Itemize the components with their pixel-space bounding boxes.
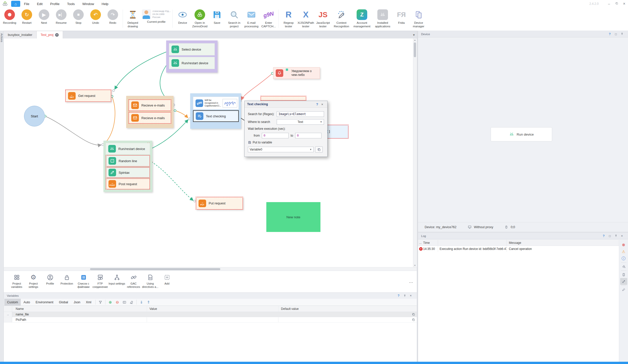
add-button[interactable]: Add (159, 271, 175, 285)
node-capmonster[interactable]: g9N Will be recognized in CapMonsterCl..… (193, 97, 239, 110)
search-in-project-button[interactable]: Search in project (226, 8, 243, 28)
column-default[interactable]: Default value (278, 306, 410, 312)
column-time[interactable]: Time (422, 241, 438, 245)
error-filter-icon[interactable]: ⊗ (620, 241, 627, 248)
warning-filter-icon[interactable]: ⚠ (620, 248, 627, 255)
gac-references-button[interactable]: GAC references (125, 271, 142, 289)
protection-button[interactable]: Protection (58, 271, 75, 285)
scroll-up-icon[interactable]: ▲ (413, 39, 417, 41)
help-icon[interactable]: ? (396, 294, 402, 297)
ftp-connection-button[interactable]: FTP соединение (92, 271, 109, 289)
table-row[interactable]: PicPath (4, 317, 417, 323)
dialog-titlebar[interactable]: Text checking ? × (245, 101, 327, 108)
device-button[interactable]: Device (174, 8, 191, 25)
redo-button[interactable]: ↷ Redo (104, 8, 121, 25)
maximize-icon[interactable]: □ (613, 32, 619, 36)
xjsonpath-tester-button[interactable]: X X/JSONPath tester (297, 8, 314, 28)
variable-select[interactable]: Variable0▼ (248, 147, 314, 152)
menu-tools[interactable]: Tools (63, 2, 78, 6)
node-receive-emails-1[interactable]: Recieve e-mails (128, 99, 171, 111)
tab-json[interactable]: Json (71, 299, 83, 306)
node-put-request[interactable]: →PUT Put request (196, 197, 243, 210)
tab-global[interactable]: Global (56, 299, 71, 306)
node-run-restart-device-top[interactable]: Run/restart device (169, 57, 215, 69)
pin-icon[interactable] (619, 32, 625, 36)
node-receive-emails-2[interactable]: Recieve e-mails (128, 112, 171, 124)
dialog-help-button[interactable]: ? (315, 102, 320, 106)
project-variables-button[interactable]: Project variables (8, 271, 25, 289)
account-management-button[interactable]: Z Account management (351, 8, 373, 28)
menu-help[interactable]: Help (98, 2, 112, 6)
restore-button[interactable] (613, 2, 620, 6)
tab-overflow-dropdown[interactable]: ▼ (411, 31, 417, 38)
move-up-icon[interactable]: ⇑ (145, 299, 152, 306)
node-notify[interactable]: Уведомляем о чем-либо (273, 67, 320, 79)
email-processing-button[interactable]: E-mail processing (243, 8, 260, 28)
column-action[interactable] (438, 240, 507, 246)
copy-icon[interactable] (410, 313, 417, 316)
resume-button[interactable]: ▶▏ Resume (53, 8, 70, 25)
copy-icon[interactable] (410, 318, 417, 322)
restart-button[interactable]: ↻ Restart (18, 8, 35, 25)
from-input[interactable] (262, 133, 289, 138)
expand-icon[interactable] (620, 278, 627, 285)
enter-captcha-button[interactable]: g9N Enter CAPTCH... (260, 8, 277, 28)
tab-environment[interactable]: Environment (33, 299, 56, 306)
delayed-drawing-button[interactable]: Delayed drawing (124, 8, 141, 28)
tab-close-icon[interactable]: ✕ (55, 33, 59, 37)
minimize-button[interactable]: – (605, 2, 613, 6)
remove-variable-icon[interactable]: ⊖ (114, 299, 121, 306)
log-row[interactable]: ✕ 14:35:30 Executing action Run device i… (418, 246, 619, 252)
where-select[interactable]: Text▼ (277, 119, 324, 125)
text-checking-dialog[interactable]: Text checking ? × Search for (Regex): Wh… (244, 101, 328, 157)
regexp-tester-button[interactable]: R Regexp tester (280, 8, 297, 28)
node-random-line[interactable]: Random line (106, 155, 150, 167)
add-variable-icon[interactable]: ⊕ (107, 299, 114, 306)
tab-xml[interactable]: Xml (83, 299, 94, 306)
table-row[interactable]: → name_file (4, 312, 417, 317)
pin-icon[interactable] (613, 234, 619, 238)
group-text-checking[interactable]: g9N Will be recognized in CapMonsterCl..… (190, 93, 241, 129)
tab-test-proj[interactable]: Test_proj ✕ (37, 31, 63, 38)
node-select-device[interactable]: Select device (169, 43, 215, 55)
scrollbar-thumb[interactable] (414, 42, 416, 57)
save-button[interactable]: Save (208, 8, 226, 25)
help-icon[interactable]: ? (607, 32, 613, 36)
profile-button[interactable]: Profile (42, 271, 58, 285)
group-receive-emails[interactable]: Recieve e-mails Recieve e-mails (126, 96, 174, 128)
eraser-icon[interactable] (128, 299, 135, 306)
columns-icon[interactable] (121, 299, 128, 306)
menu-file[interactable]: File (20, 2, 33, 6)
project-settings-button[interactable]: ⚙ Project settings (25, 271, 42, 289)
node-run-restart-device-main[interactable]: Run/restart device (106, 143, 150, 155)
scroll-down-icon[interactable]: ▼ (413, 264, 417, 267)
open-in-zennodroid-button[interactable]: Open in ZennoDroid (191, 8, 208, 28)
start-node[interactable]: Start (24, 106, 45, 126)
tab-custom[interactable]: Custom (4, 299, 21, 306)
copy-variable-button[interactable] (315, 146, 323, 153)
current-profile-button[interactable]: Александр Юд...24.04.1989Россия Current … (141, 8, 171, 24)
node-spintax[interactable]: Spintax (106, 167, 150, 178)
pin-icon[interactable] (402, 294, 408, 297)
canvas-vertical-scrollbar[interactable]: ▲ ▼ (413, 38, 417, 267)
move-down-icon[interactable]: ⇓ (138, 299, 145, 306)
node-hidden-behind-dialog[interactable] (261, 96, 306, 101)
close-icon[interactable]: × (619, 234, 625, 238)
help-icon[interactable]: ? (601, 234, 607, 238)
clear-log-icon[interactable] (620, 286, 627, 293)
group-main-actions[interactable]: ✕ Run/restart device Random line Spintax… (103, 141, 152, 192)
next-button[interactable]: ▶ Next (35, 8, 53, 25)
column-name[interactable]: Name (12, 307, 147, 311)
group-device-setup[interactable]: Select device Run/restart device (166, 40, 218, 73)
node-text-checking[interactable]: Text checking (193, 110, 239, 122)
device-manager-button[interactable]: Device manager (410, 8, 427, 28)
stop-button[interactable]: ■ Stop (70, 8, 87, 25)
column-value[interactable]: Value (147, 306, 278, 312)
home-button[interactable]: ⌂ (11, 1, 20, 7)
tab-auto[interactable]: Auto (21, 299, 33, 306)
installed-applications-button[interactable]: Installed applications (373, 8, 393, 28)
actions-side-tab[interactable]: Actions (0, 31, 4, 362)
canvas-horizontal-scrollbar[interactable] (4, 267, 417, 271)
node-new-note[interactable]: New note (266, 202, 320, 232)
column-message[interactable]: Message (507, 240, 619, 246)
